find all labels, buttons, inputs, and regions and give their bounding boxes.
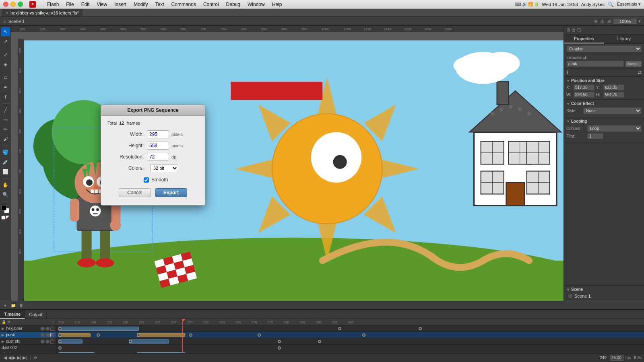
export-dialog[interactable]: Export PNG Sequence Total 12 frames Widt… <box>101 105 205 206</box>
color-swatches[interactable] <box>1 205 10 214</box>
menu-window[interactable]: Window <box>244 1 268 8</box>
menu-control[interactable]: Control <box>200 1 222 8</box>
magnet-icon[interactable]: ◫ <box>600 19 605 23</box>
prev-frame-button[interactable]: ◀ <box>8 355 11 360</box>
layer-punk[interactable]: ▶ punk · · □ <box>0 332 56 338</box>
scene-canvas[interactable]: Export PNG Sequence Total 12 frames Widt… <box>24 32 564 301</box>
layer-lock-btn-punk[interactable]: · <box>45 333 50 337</box>
menu-insert[interactable]: Insert <box>111 1 130 8</box>
snap-icon[interactable]: ⊕ <box>593 19 598 23</box>
minimize-button[interactable] <box>10 2 16 7</box>
text-tool[interactable]: T <box>1 93 10 101</box>
type-select[interactable]: Graphic Movie Clip Button <box>566 45 642 52</box>
menu-modify[interactable]: Modify <box>130 1 151 8</box>
brush-tool[interactable]: 🖌 <box>1 135 10 144</box>
canvas-area[interactable]: 250 295 350 400 450 500 550 600 650 700 … <box>11 26 564 301</box>
zoom-level[interactable]: 100% <box>613 18 637 25</box>
eraser-tool[interactable]: ⬜ <box>1 167 10 176</box>
delete-layer-button[interactable]: 🗑 <box>18 302 25 309</box>
canvas-viewport[interactable]: 450 500 550 600 650 700 750 800 850 900 … <box>18 32 564 301</box>
first-input[interactable] <box>587 133 603 139</box>
rect-tool[interactable]: ▭ <box>1 115 10 124</box>
layer-outline-btn[interactable]: □ <box>50 327 54 331</box>
transform-tool[interactable]: ⤢ <box>1 50 10 59</box>
w-input[interactable] <box>574 92 594 98</box>
colors-select[interactable]: 32 bit 24 bit 8 bit <box>150 164 178 172</box>
layer-lock-btn-dust-etc[interactable]: · <box>45 339 50 343</box>
layer-hexjibber[interactable]: ▶ hexjibber · · □ <box>0 325 56 332</box>
close-button[interactable] <box>3 2 8 7</box>
transform-icon[interactable]: ⊞ <box>607 19 611 23</box>
play-button[interactable]: ▶ <box>12 355 16 360</box>
new-layer-button[interactable]: + <box>2 302 9 309</box>
goto-start-button[interactable]: |◀ <box>2 355 7 360</box>
gradient-tool[interactable]: ◈ <box>1 60 10 69</box>
instance-name-input[interactable] <box>566 61 624 67</box>
no-fill-button[interactable] <box>1 216 5 220</box>
new-folder-button[interactable]: 📁 <box>10 302 17 309</box>
foreground-color[interactable] <box>1 205 6 210</box>
info-icon[interactable]: ℹ <box>566 70 568 75</box>
style-select[interactable]: None Brightness Tint Advanced Alpha <box>583 107 642 114</box>
options-select[interactable]: Loop Play Once Single Frame <box>587 125 642 132</box>
menu-view[interactable]: View <box>93 1 110 8</box>
subselect-tool[interactable]: ↗ <box>1 37 10 46</box>
menu-flash[interactable]: Flash <box>44 1 62 8</box>
height-input[interactable] <box>147 142 169 150</box>
tab-properties[interactable]: Properties <box>564 35 604 43</box>
smooth-label[interactable]: Smooth <box>151 177 168 183</box>
export-button[interactable]: Export <box>155 188 187 197</box>
pencil-tool[interactable]: ✏ <box>1 125 10 134</box>
swap-colors-button[interactable] <box>6 216 10 220</box>
layer-hide-btn-punk[interactable]: · <box>41 333 45 337</box>
menu-help[interactable]: Help <box>269 1 285 8</box>
fps-input[interactable] <box>610 355 624 361</box>
layer-hide-btn[interactable]: · <box>41 327 45 331</box>
layer-outline-btn-punk[interactable]: □ <box>50 333 54 337</box>
x-input[interactable] <box>574 84 594 90</box>
menu-text[interactable]: Text <box>152 1 167 8</box>
swap-instance-icon[interactable]: ⇄ <box>638 70 642 75</box>
tab-library[interactable]: Library <box>604 35 644 43</box>
line-tool[interactable]: ╱ <box>1 106 10 115</box>
zoom-dropdown-icon[interactable]: ▾ <box>639 19 641 23</box>
lasso-tool[interactable]: ⊂ <box>1 73 10 82</box>
output-tab[interactable]: Output <box>25 310 47 319</box>
svg-text:265: 265 <box>235 321 241 324</box>
cancel-button[interactable]: Cancel <box>119 188 151 197</box>
layer-hide-btn-dust-etc[interactable]: · <box>41 339 45 343</box>
zoom-tool[interactable]: 🔍 <box>1 190 10 199</box>
eyedropper-tool[interactable]: 💉 <box>1 158 10 167</box>
clock: Wed 19 Jun 19:53 <box>542 2 578 7</box>
select-tool[interactable]: ↖ <box>1 27 10 36</box>
scene1-item[interactable]: Scene 1 <box>566 293 642 299</box>
paint-bucket-tool[interactable]: 🪣 <box>1 148 10 157</box>
timeline-tab[interactable]: Timeline <box>0 310 25 319</box>
resolution-input[interactable] <box>147 153 169 161</box>
frame-span-hexjibber <box>58 327 139 331</box>
menu-debug[interactable]: Debug <box>223 1 244 8</box>
search-icon[interactable]: 🔍 <box>608 2 614 7</box>
layer-lock-btn[interactable]: · <box>45 327 50 331</box>
svg-text:270: 270 <box>252 321 257 324</box>
smooth-checkbox[interactable] <box>144 177 149 183</box>
layer-dust002[interactable]: dust 002 <box>0 345 56 351</box>
layer-dust-etc[interactable]: ▶ dust etc · · □ <box>0 338 56 345</box>
pen-tool[interactable]: ✒ <box>1 83 10 92</box>
next-frame-button[interactable]: ▶| <box>17 355 21 360</box>
layer-outline-btn-dust-etc[interactable]: □ <box>50 339 54 343</box>
swap-button[interactable]: Swap... <box>625 61 642 67</box>
hand-tool[interactable]: ✋ <box>1 181 10 189</box>
y-input[interactable] <box>603 84 624 90</box>
close-tab-icon[interactable]: ✕ <box>6 11 9 15</box>
zoom-button[interactable] <box>18 2 23 7</box>
menu-commands[interactable]: Commands <box>168 1 199 8</box>
h-input[interactable] <box>603 92 624 98</box>
color-effect-label: Color Effect <box>571 101 594 106</box>
menu-file[interactable]: File <box>63 1 77 8</box>
menu-edit[interactable]: Edit <box>78 1 93 8</box>
loop-icon[interactable]: ⟳ <box>34 356 37 360</box>
goto-end-button[interactable]: ▶| <box>23 355 27 360</box>
width-input[interactable] <box>147 130 169 138</box>
file-tab[interactable]: ✕ hexjibber vs spike-u v16 letters.fla* <box>2 9 83 16</box>
